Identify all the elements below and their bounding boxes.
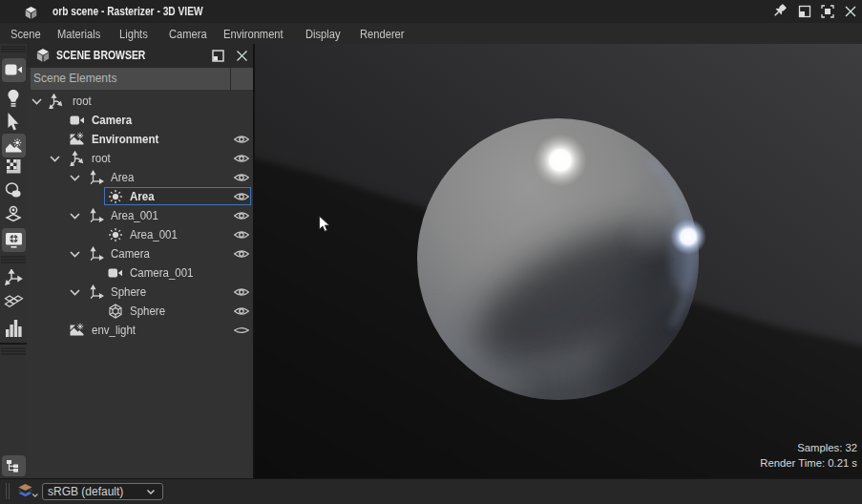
svg-text:Render Time: 0.21 s: Render Time: 0.21 s xyxy=(760,457,857,469)
svg-text:Samples: 32: Samples: 32 xyxy=(797,442,857,453)
